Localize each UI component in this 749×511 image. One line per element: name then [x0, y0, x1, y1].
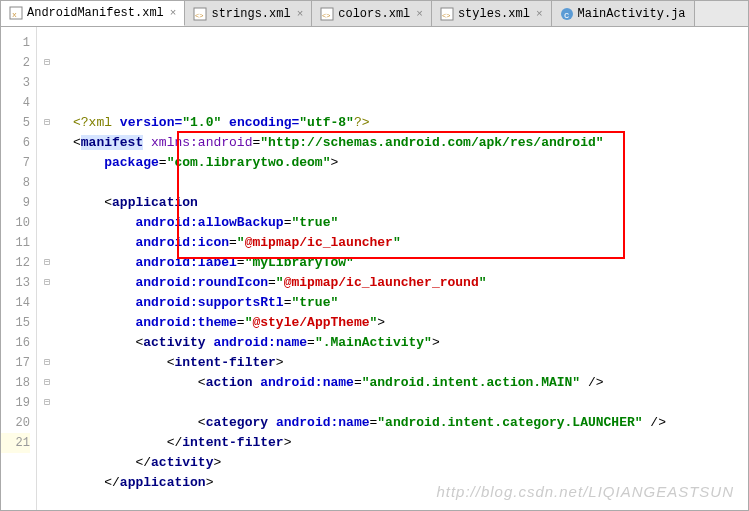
tab-strings[interactable]: <> strings.xml × [185, 1, 312, 26]
xml-file-icon: <> [320, 7, 334, 21]
svg-text:c: c [564, 11, 569, 21]
xml-file-icon: <> [440, 7, 454, 21]
tab-label: strings.xml [211, 7, 290, 21]
svg-text:<>: <> [195, 12, 203, 20]
tab-label: MainActivity.ja [578, 7, 686, 21]
close-icon[interactable]: × [536, 8, 543, 20]
xml-file-icon: x [9, 6, 23, 20]
fold-column: ⊟⊟⊟⊟⊟⊟⊟ [37, 27, 57, 510]
close-icon[interactable]: × [297, 8, 304, 20]
tab-android-manifest[interactable]: x AndroidManifest.xml × [1, 1, 185, 26]
xml-file-icon: <> [193, 7, 207, 21]
close-icon[interactable]: × [416, 8, 423, 20]
tab-bar: x AndroidManifest.xml × <> strings.xml ×… [1, 1, 748, 27]
svg-text:<>: <> [322, 12, 330, 20]
class-file-icon: c [560, 7, 574, 21]
tab-label: AndroidManifest.xml [27, 6, 164, 20]
tab-styles[interactable]: <> styles.xml × [432, 1, 552, 26]
svg-text:x: x [12, 10, 17, 19]
tab-label: colors.xml [338, 7, 410, 21]
tab-colors[interactable]: <> colors.xml × [312, 1, 432, 26]
tab-main-activity[interactable]: c MainActivity.ja [552, 1, 695, 26]
editor: 123456789101112131415161718192021 ⊟⊟⊟⊟⊟⊟… [1, 27, 748, 510]
close-icon[interactable]: × [170, 7, 177, 19]
tab-label: styles.xml [458, 7, 530, 21]
code-area[interactable]: http://blog.csdn.net/LIQIANGEASTSUN <?xm… [69, 27, 748, 510]
svg-text:<>: <> [442, 12, 450, 20]
line-number-gutter: 123456789101112131415161718192021 [1, 27, 37, 510]
